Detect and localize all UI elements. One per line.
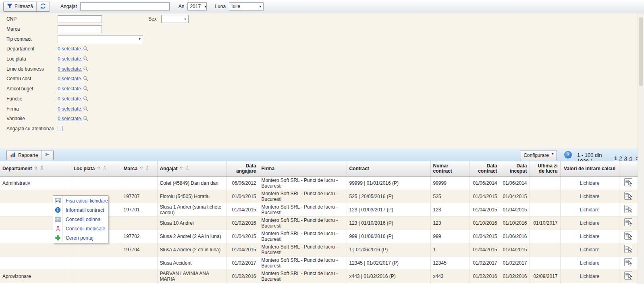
row-action-icon[interactable] — [624, 271, 633, 280]
cell-numar-contract: 99999 — [430, 176, 469, 190]
cell-contract: 123 | 01/10/2016 (P) — [347, 216, 430, 230]
lichidare-link[interactable]: Lichidare — [580, 194, 600, 199]
lichidare-link[interactable]: Lichidare — [580, 247, 600, 253]
magnifier-icon[interactable] — [83, 116, 89, 121]
cell-actions — [619, 216, 638, 230]
cell-contract: 525 | 20/05/2016 (P) — [347, 190, 430, 203]
column-header-data-contract[interactable]: Data contract — [469, 161, 500, 176]
filter-row-variabile: Variabile0 selectate. — [0, 114, 644, 124]
column-header-data-inceput[interactable]: Data inceput — [500, 161, 530, 176]
magnifier-icon[interactable] — [83, 46, 89, 52]
context-menu-item-cereri-pontaj[interactable]: Cereri pontaj — [53, 233, 108, 242]
lichidare-link[interactable]: Lichidare — [580, 207, 600, 213]
cell-data-contract: 01/04/2015 — [469, 243, 500, 256]
sort-ascending-icon[interactable]: ⇧ — [139, 165, 143, 171]
context-menu-item-concedii-medicale[interactable]: Concedii medicale — [53, 224, 108, 233]
magnifier-icon[interactable] — [83, 96, 89, 102]
marca-input[interactable] — [58, 25, 102, 33]
column-header-loc-plata[interactable]: Loc plata⇧⇩ — [71, 161, 121, 176]
cell-numar-contract: 1 — [430, 243, 469, 256]
zero-selectate-link[interactable]: 0 selectate. — [58, 116, 82, 121]
magnifier-icon[interactable] — [83, 56, 89, 62]
context-menu-item-fisa-calcul-lichidare[interactable]: Fisa calcul lichidare — [53, 196, 108, 205]
column-header-departament[interactable]: Departament⇧⇩ — [0, 161, 71, 176]
magnifier-icon[interactable] — [83, 66, 89, 72]
export-arrow-button[interactable] — [41, 150, 53, 160]
pagination-page-2[interactable]: 2 — [619, 155, 622, 161]
fisa-calcul-icon — [53, 196, 63, 205]
cell-data-inceput: 01/06/2016 — [500, 230, 530, 243]
sort-ascending-icon[interactable]: ⇧ — [179, 165, 184, 171]
column-header-ultima-zi-de-lucru[interactable]: Ultima zi de lucru — [530, 161, 560, 176]
pagination-page-4[interactable]: 4 — [629, 155, 632, 161]
filtreaza-button[interactable]: Filtrează — [4, 2, 36, 11]
scrollbar-thumb[interactable] — [639, 17, 643, 86]
results-toolbar: Rapoarte Configurare ▼ ? 1 - 100 din 193… — [0, 148, 644, 161]
sex-select[interactable]: ▼ — [161, 15, 189, 23]
zero-selectate-link[interactable]: 0 selectate. — [58, 66, 82, 72]
magnifier-icon[interactable] — [83, 86, 89, 92]
zero-selectate-link[interactable]: 0 selectate. — [58, 86, 82, 92]
cell-marca: 197704 — [121, 243, 157, 256]
sort-descending-icon[interactable]: ⇩ — [102, 165, 107, 171]
table-row[interactable]: AdministrativCotet (45849) Dan dan dan06… — [0, 176, 638, 190]
luna-select[interactable]: Iulie ▼ — [229, 2, 264, 10]
cell-numar-contract: 123 — [430, 203, 469, 216]
table-row[interactable]: 197704Slusa 4 Andrei (2 ctr in luna)01/0… — [0, 243, 638, 256]
zero-selectate-link[interactable]: 0 selectate. — [58, 46, 82, 52]
zero-selectate-link[interactable]: 0 selectate. — [58, 76, 82, 81]
cell-actions — [619, 256, 638, 269]
zero-selectate-link[interactable]: 0 selectate. — [58, 106, 82, 112]
sort-descending-icon[interactable]: ⇩ — [39, 165, 44, 171]
cell-contract: x443 | 01/02/2016 (P) — [347, 269, 430, 283]
angajat-input[interactable] — [80, 2, 170, 10]
sort-descending-icon[interactable]: ⇩ — [145, 165, 150, 171]
context-menu-item-concedii-odihna[interactable]: Concedii odihna — [53, 215, 108, 224]
zero-selectate-link[interactable]: 0 selectate. — [58, 56, 82, 62]
column-header-firma[interactable]: Firma — [259, 161, 347, 176]
sort-ascending-icon[interactable]: ⇧ — [33, 165, 38, 171]
lichidare-link[interactable]: Lichidare — [580, 180, 600, 186]
cell-marca — [121, 269, 157, 283]
sort-descending-icon[interactable]: ⇩ — [185, 165, 189, 171]
cell-data-inceput: 01/10/2016 — [500, 216, 530, 230]
column-header-label: Data contract — [478, 163, 497, 174]
row-action-icon[interactable] — [624, 218, 633, 227]
cell-firma: Montero Soft SRL - Punct de lucru - Bucu… — [259, 230, 347, 243]
row-action-icon[interactable] — [624, 258, 633, 267]
pagination-page-3[interactable]: 3 — [624, 155, 627, 161]
row-action-icon[interactable] — [624, 232, 633, 240]
lichidare-link[interactable]: Lichidare — [580, 260, 600, 266]
cnp-input[interactable] — [58, 15, 102, 23]
sort-ascending-icon[interactable]: ⇧ — [96, 165, 101, 171]
lichidare-link[interactable]: Lichidare — [580, 234, 600, 239]
magnifier-icon[interactable] — [83, 76, 89, 81]
vertical-scrollbar[interactable] — [638, 13, 644, 284]
zero-selectate-link[interactable]: 0 selectate. — [58, 96, 82, 102]
row-action-icon[interactable] — [624, 192, 633, 200]
column-header-valori-de-intrare-calcul[interactable]: Valori de intrare calcul — [560, 161, 619, 176]
row-action-icon[interactable] — [624, 245, 633, 253]
column-header-numar-contract[interactable]: Numar contract — [430, 161, 469, 176]
row-action-icon[interactable] — [624, 205, 633, 213]
column-header-data-angajare[interactable]: Data angajare — [226, 161, 259, 176]
lichidare-link[interactable]: Lichidare — [580, 220, 600, 226]
column-header-contract[interactable]: Contract — [347, 161, 430, 176]
atentionari-checkbox[interactable] — [58, 126, 63, 131]
rapoarte-button[interactable]: Rapoarte — [7, 150, 41, 160]
context-menu-item-informatii-contract[interactable]: Informatii contract — [53, 205, 108, 215]
configurare-button[interactable]: Configurare ▼ — [521, 150, 557, 160]
refresh-button[interactable] — [36, 2, 50, 11]
column-header-angajat[interactable]: Angajat⇧⇩ — [157, 161, 226, 176]
row-action-icon[interactable] — [624, 178, 633, 187]
table-row[interactable]: Slusa Accident01/02/2017Montero Soft SRL… — [0, 256, 638, 269]
lichidare-link[interactable]: Lichidare — [580, 274, 600, 279]
filter-row-loc-plata: Loc plata0 selectate. — [0, 54, 644, 64]
help-icon[interactable]: ? — [564, 151, 572, 159]
an-select[interactable]: 2017 ▼ — [187, 2, 207, 10]
table-row[interactable]: AprovizonarePARVAN LAVINIA ANA MARIA01/0… — [0, 269, 638, 283]
column-header-marca[interactable]: Marca⇧⇩ — [121, 161, 157, 176]
calendar-icon — [53, 215, 63, 224]
magnifier-icon[interactable] — [83, 106, 89, 112]
tip-contract-select[interactable]: ▼ — [58, 35, 143, 43]
